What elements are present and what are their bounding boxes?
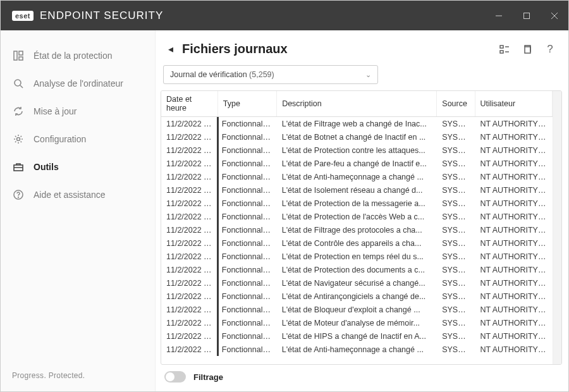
toolbox-icon <box>12 161 25 173</box>
sidebar-item-tools[interactable]: Outils <box>1 153 155 181</box>
col-header-user[interactable]: Utilisateur <box>475 91 552 117</box>
minimize-button[interactable] <box>485 1 513 30</box>
table-row[interactable]: 11/2/2022 4...Fonctionnalit...L'état de … <box>161 329 553 343</box>
cell-user: NT AUTHORITY\SY... <box>475 117 553 130</box>
table-row[interactable]: 11/2/2022 4...Fonctionnalit...L'état de … <box>161 117 553 130</box>
cell-type: Fonctionnalit... <box>217 236 276 250</box>
scrollbar[interactable] <box>553 91 561 364</box>
table-row[interactable]: 11/2/2022 4...Fonctionnalit...L'état de … <box>161 197 553 210</box>
app-window: eset ENDPOINT SECURITY État de la protec… <box>0 0 569 392</box>
filter-toggle[interactable] <box>164 371 186 383</box>
table-row[interactable]: 11/2/2022 4...Fonctionnalit...L'état de … <box>161 303 553 316</box>
table-row[interactable]: 11/2/2022 4...Fonctionnalit...L'état de … <box>161 130 553 144</box>
cell-source: SYSTÈME <box>437 210 475 223</box>
cell-date: 11/2/2022 4... <box>161 343 217 356</box>
titlebar: eset ENDPOINT SECURITY <box>1 1 568 30</box>
svg-rect-6 <box>19 57 23 60</box>
cell-user: NT AUTHORITY\SY... <box>475 144 553 157</box>
log-type-dropdown[interactable]: Journal de vérification (5,259) ⌄ <box>163 65 378 84</box>
table-row[interactable]: 11/2/2022 4...Fonctionnalit...L'état de … <box>161 157 553 170</box>
cell-date: 11/2/2022 4... <box>161 144 217 157</box>
table-row[interactable]: 11/2/2022 4...Fonctionnalit...L'état de … <box>161 343 553 356</box>
cell-source: SYSTÈME <box>437 130 475 144</box>
cell-date: 11/2/2022 4... <box>161 197 217 210</box>
cell-source: SYSTÈME <box>437 117 475 130</box>
header-tools: ? <box>499 44 556 55</box>
table-row[interactable]: 11/2/2022 4...Fonctionnalit...L'état de … <box>161 144 553 157</box>
cell-source: SYSTÈME <box>437 343 475 356</box>
cell-user: NT AUTHORITY\SY... <box>475 170 553 183</box>
sidebar-item-help[interactable]: Aide et assistance <box>1 181 155 209</box>
chevron-down-icon: ⌄ <box>365 71 371 79</box>
col-header-type[interactable]: Type <box>217 91 276 117</box>
cell-date: 11/2/2022 4... <box>161 303 217 316</box>
sidebar-item-configuration[interactable]: Configuration <box>1 125 155 153</box>
table-row[interactable]: 11/2/2022 4...Fonctionnalit...L'état de … <box>161 263 553 276</box>
view-switch-icon[interactable] <box>499 44 510 55</box>
dropdown-label: Journal de vérification <box>170 70 247 79</box>
cell-user: NT AUTHORITY\SY... <box>475 130 553 144</box>
table-row[interactable]: 11/2/2022 4...Fonctionnalit...L'état de … <box>161 210 553 223</box>
copy-icon[interactable] <box>522 44 533 55</box>
brand-badge: eset <box>12 11 34 21</box>
cell-user: NT AUTHORITY\SY... <box>475 303 553 316</box>
cell-type: Fonctionnalit... <box>217 290 276 303</box>
cell-description: L'état de Pare-feu a changé de Inactif e… <box>277 157 437 170</box>
cell-date: 11/2/2022 4... <box>161 157 217 170</box>
table-row[interactable]: 11/2/2022 4...Fonctionnalit...L'état de … <box>161 223 553 236</box>
body: État de la protection Analyse de l'ordin… <box>1 30 568 391</box>
cell-type: Fonctionnalit... <box>217 276 276 290</box>
svg-point-7 <box>15 80 21 86</box>
cell-description: L'état de Contrôle des appareils a cha..… <box>277 236 437 250</box>
svg-rect-17 <box>525 47 530 53</box>
table-row[interactable]: 11/2/2022 4...Fonctionnalit...L'état de … <box>161 183 553 197</box>
brand-title: ENDPOINT SECURITY <box>40 9 163 22</box>
main-panel: ◂ Fichiers journaux ? Journal de vérific… <box>156 30 568 391</box>
cell-description: L'état de Isolement réseau a changé d... <box>277 183 437 197</box>
cell-description: L'état de Anti-hameçonnage a changé ... <box>277 343 437 356</box>
col-header-description[interactable]: Description <box>277 91 437 117</box>
cell-type: Fonctionnalit... <box>217 130 276 144</box>
search-icon <box>12 77 25 90</box>
cell-date: 11/2/2022 4... <box>161 316 217 329</box>
cell-description: L'état de Protection en temps réel du s.… <box>277 250 437 263</box>
table-row[interactable]: 11/2/2022 4...Fonctionnalit...L'état de … <box>161 170 553 183</box>
sidebar-item-protection-status[interactable]: État de la protection <box>1 42 155 70</box>
gear-icon <box>12 133 25 145</box>
cell-date: 11/2/2022 4... <box>161 170 217 183</box>
back-button[interactable]: ◂ <box>168 43 173 55</box>
dropdown-count: (5,259) <box>249 70 274 79</box>
sidebar-item-computer-scan[interactable]: Analyse de l'ordinateur <box>1 70 155 97</box>
cell-type: Fonctionnalit... <box>217 263 276 276</box>
table-row[interactable]: 11/2/2022 4...Fonctionnalit...L'état de … <box>161 276 553 290</box>
cell-description: L'état de Protection contre les attaques… <box>277 144 437 157</box>
cell-description: L'état de Filtrage des protocoles a cha.… <box>277 223 437 236</box>
col-header-source[interactable]: Source <box>437 91 475 117</box>
cell-user: NT AUTHORITY\SY... <box>475 276 553 290</box>
cell-source: SYSTÈME <box>437 276 475 290</box>
cell-source: SYSTÈME <box>437 197 475 210</box>
help-icon[interactable]: ? <box>544 44 556 55</box>
maximize-button[interactable] <box>513 1 541 30</box>
sidebar-item-label: Analyse de l'ordinateur <box>34 78 123 89</box>
cell-user: NT AUTHORITY\SY... <box>475 329 553 343</box>
cell-user: NT AUTHORITY\SY... <box>475 316 553 329</box>
cell-type: Fonctionnalit... <box>217 144 276 157</box>
cell-source: SYSTÈME <box>437 263 475 276</box>
log-select-row: Journal de vérification (5,259) ⌄ <box>156 63 568 90</box>
svg-point-9 <box>17 138 20 141</box>
sidebar-item-update[interactable]: Mise à jour <box>1 97 155 125</box>
close-button[interactable] <box>541 1 568 30</box>
table-row[interactable]: 11/2/2022 4...Fonctionnalit...L'état de … <box>161 316 553 329</box>
cell-date: 11/2/2022 4... <box>161 263 217 276</box>
table-row[interactable]: 11/2/2022 4...Fonctionnalit...L'état de … <box>161 250 553 263</box>
sidebar-item-label: État de la protection <box>34 51 113 61</box>
cell-source: SYSTÈME <box>437 157 475 170</box>
cell-user: NT AUTHORITY\SY... <box>475 290 553 303</box>
cell-description: L'état de Protection de l'accès Web a c.… <box>277 210 437 223</box>
cell-date: 11/2/2022 4... <box>161 183 217 197</box>
svg-rect-4 <box>14 51 17 60</box>
table-row[interactable]: 11/2/2022 4...Fonctionnalit...L'état de … <box>161 290 553 303</box>
col-header-date[interactable]: Date et heure <box>161 91 217 117</box>
table-row[interactable]: 11/2/2022 4...Fonctionnalit...L'état de … <box>161 236 553 250</box>
